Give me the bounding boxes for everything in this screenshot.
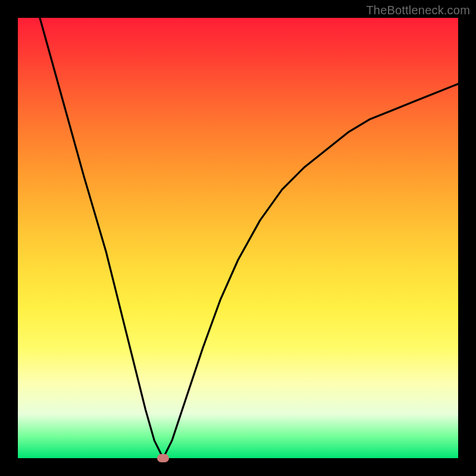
plot-area (18, 18, 458, 458)
watermark-text: TheBottleneck.com (366, 4, 470, 17)
optimum-marker (157, 454, 169, 462)
bottleneck-curve (40, 18, 458, 458)
chart-frame: TheBottleneck.com (0, 0, 476, 476)
curve-svg (18, 18, 458, 458)
